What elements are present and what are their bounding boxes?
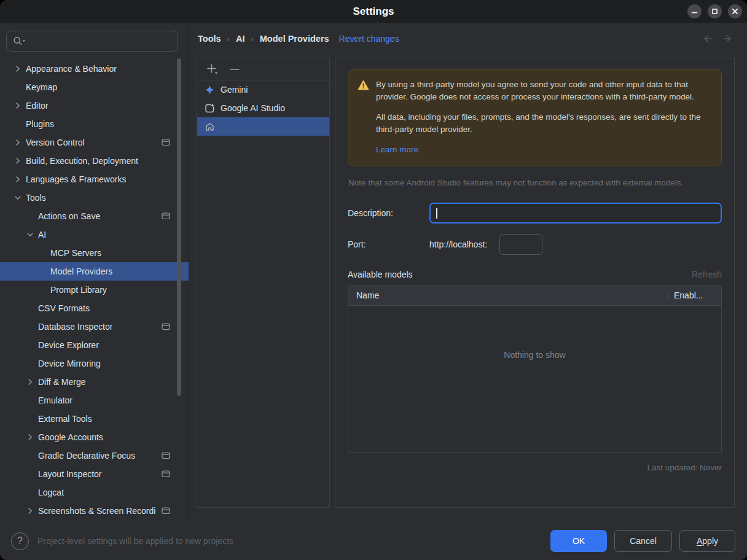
dialog-footer: ? Project-level settings will be applied… bbox=[0, 522, 747, 560]
sidebar-item-label: Appearance & Behavior bbox=[26, 64, 117, 74]
expand-toggle[interactable] bbox=[10, 174, 26, 184]
sidebar-item-label: Logcat bbox=[38, 488, 64, 497]
sidebar-item-label: Screenshots & Screen Recordi bbox=[38, 506, 155, 516]
expand-toggle[interactable] bbox=[22, 432, 38, 442]
provider-detail-panel: By using a third-party model you agree t… bbox=[335, 58, 735, 508]
sidebar-item-label: Plugins bbox=[26, 119, 54, 129]
sidebar-item-device-mirroring[interactable]: Device Mirroring bbox=[0, 354, 189, 373]
sidebar-item-languages-frameworks[interactable]: Languages & Frameworks bbox=[0, 170, 189, 189]
provider-item-new[interactable] bbox=[197, 117, 329, 136]
maximize-icon bbox=[711, 8, 718, 15]
sidebar-item-database-inspector[interactable]: Database Inspector bbox=[0, 317, 189, 336]
close-icon bbox=[732, 8, 738, 15]
sidebar-item-editor[interactable]: Editor bbox=[0, 96, 189, 115]
sidebar-item-label: Build, Execution, Deployment bbox=[26, 156, 138, 166]
breadcrumb-ai[interactable]: AI bbox=[236, 34, 245, 44]
column-header-name[interactable]: Name bbox=[348, 290, 667, 300]
sidebar-item-label: AI bbox=[38, 230, 46, 239]
chevron-right-icon bbox=[13, 64, 23, 74]
revert-changes-link[interactable]: Revert changes bbox=[339, 34, 399, 44]
breadcrumb-separator: › bbox=[227, 34, 230, 44]
sidebar-scrollbar[interactable] bbox=[177, 58, 181, 396]
minimize-button[interactable] bbox=[687, 4, 702, 18]
sidebar-item-label: Google Accounts bbox=[38, 432, 103, 442]
sidebar-item-label: Version Control bbox=[26, 138, 85, 147]
help-button[interactable]: ? bbox=[11, 532, 29, 550]
description-input[interactable] bbox=[429, 203, 722, 224]
forward-arrow-icon[interactable] bbox=[722, 34, 735, 43]
remove-provider-button[interactable] bbox=[228, 63, 241, 76]
plus-icon bbox=[206, 63, 219, 76]
expand-toggle[interactable] bbox=[10, 193, 26, 203]
titlebar: Settings bbox=[0, 0, 747, 23]
expand-toggle[interactable] bbox=[22, 377, 38, 387]
breadcrumb-tools[interactable]: Tools bbox=[198, 34, 221, 44]
models-table-body: Nothing to show bbox=[348, 306, 721, 452]
chevron-right-icon bbox=[13, 174, 23, 184]
expand-toggle[interactable] bbox=[22, 230, 38, 239]
sidebar-item-external-tools[interactable]: External Tools bbox=[0, 410, 189, 428]
close-button[interactable] bbox=[728, 4, 742, 18]
sidebar-item-keymap[interactable]: Keymap bbox=[0, 78, 189, 96]
add-provider-button[interactable] bbox=[206, 63, 219, 76]
expand-toggle[interactable] bbox=[10, 101, 26, 111]
sidebar-item-model-providers[interactable]: Model Providers bbox=[0, 262, 189, 281]
expand-toggle[interactable] bbox=[10, 138, 26, 147]
providers-toolbar bbox=[197, 58, 329, 80]
chevron-right-icon bbox=[25, 432, 35, 442]
sidebar-item-appearance-behavior[interactable]: Appearance & Behavior bbox=[0, 60, 189, 78]
sidebar-item-gradle-declarative-focus[interactable]: Gradle Declarative Focus bbox=[0, 446, 189, 465]
sidebar-item-label: Actions on Save bbox=[38, 211, 100, 221]
sidebar-item-device-explorer[interactable]: Device Explorer bbox=[0, 336, 189, 354]
back-arrow-icon[interactable] bbox=[700, 34, 713, 43]
project-settings-badge bbox=[162, 212, 170, 222]
models-table: Name Enabl... Nothing to show bbox=[348, 286, 722, 453]
cancel-button[interactable]: Cancel bbox=[614, 530, 672, 552]
expand-toggle[interactable] bbox=[10, 64, 26, 74]
apply-button[interactable]: Apply bbox=[679, 530, 735, 552]
sidebar-item-google-accounts[interactable]: Google Accounts bbox=[0, 428, 189, 446]
sidebar-item-label: Gradle Declarative Focus bbox=[38, 451, 135, 461]
minus-icon bbox=[229, 63, 240, 76]
search-icon bbox=[13, 36, 27, 46]
provider-item-label: Google AI Studio bbox=[221, 103, 285, 113]
sidebar-item-label: Tools bbox=[26, 193, 46, 203]
sidebar-item-ai[interactable]: AI bbox=[0, 225, 189, 244]
sidebar-item-label: MCP Servers bbox=[50, 248, 101, 258]
sidebar-item-csv-formats[interactable]: CSV Formats bbox=[0, 299, 189, 317]
expand-toggle[interactable] bbox=[22, 506, 38, 516]
sidebar-item-label: Layout Inspector bbox=[38, 469, 102, 479]
sidebar-item-layout-inspector[interactable]: Layout Inspector bbox=[0, 465, 189, 483]
sidebar-item-build-execution-deployment[interactable]: Build, Execution, Deployment bbox=[0, 152, 189, 170]
sidebar-item-version-control[interactable]: Version Control bbox=[0, 133, 189, 152]
port-url-prefix: http://localhost: bbox=[429, 239, 487, 249]
search-input[interactable] bbox=[6, 31, 178, 52]
sidebar-item-tools[interactable]: Tools bbox=[0, 189, 189, 207]
available-models-label: Available models bbox=[348, 270, 413, 279]
breadcrumb: Tools › AI › Model Providers Revert chan… bbox=[190, 23, 747, 55]
chevron-down-icon bbox=[13, 193, 23, 203]
sidebar-item-plugins[interactable]: Plugins bbox=[0, 115, 189, 133]
sidebar-item-screenshots-screen-recordi[interactable]: Screenshots & Screen Recordi bbox=[0, 502, 189, 520]
learn-more-link[interactable]: Learn more bbox=[376, 144, 418, 156]
ok-button[interactable]: OK bbox=[550, 530, 607, 552]
sidebar-item-prompt-library[interactable]: Prompt Library bbox=[0, 281, 189, 299]
description-label: Description: bbox=[348, 208, 429, 218]
external-models-note: Note that some Android Studio features m… bbox=[348, 178, 722, 187]
refresh-button[interactable]: Refresh bbox=[692, 270, 722, 279]
column-header-enabled[interactable]: Enabl... bbox=[667, 290, 721, 300]
provider-item-label: Gemini bbox=[221, 85, 248, 95]
sidebar-item-label: Prompt Library bbox=[50, 285, 107, 295]
sidebar-item-emulator[interactable]: Emulator bbox=[0, 391, 189, 410]
port-input[interactable] bbox=[499, 234, 542, 255]
sidebar-item-label: Editor bbox=[26, 101, 49, 111]
sidebar-item-diff-merge[interactable]: Diff & Merge bbox=[0, 373, 189, 391]
sidebar-item-label: Device Mirroring bbox=[38, 359, 101, 368]
sidebar-item-logcat[interactable]: Logcat bbox=[0, 483, 189, 502]
sidebar-item-actions-on-save[interactable]: Actions on Save bbox=[0, 207, 189, 225]
sidebar-item-mcp-servers[interactable]: MCP Servers bbox=[0, 244, 189, 262]
provider-item-google-ai-studio[interactable]: Google AI Studio bbox=[197, 99, 329, 117]
provider-item-gemini[interactable]: Gemini bbox=[197, 80, 329, 99]
expand-toggle[interactable] bbox=[10, 156, 26, 166]
maximize-button[interactable] bbox=[708, 4, 722, 18]
